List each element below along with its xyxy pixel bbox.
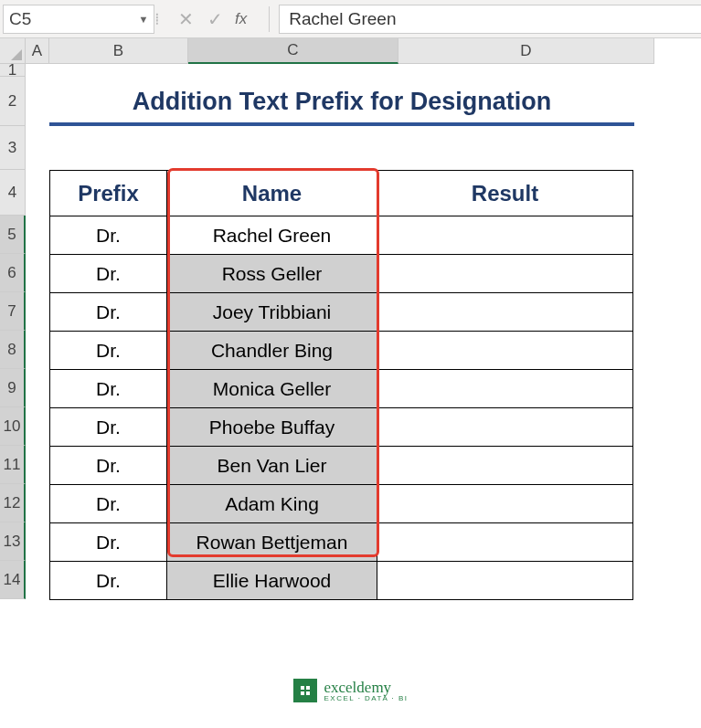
cell-name[interactable]: Chandler Bing: [167, 332, 377, 370]
row-header-14[interactable]: 14: [0, 561, 26, 599]
row-header-5[interactable]: 5: [0, 216, 26, 254]
cell-result[interactable]: [377, 408, 633, 447]
cell-result[interactable]: [377, 485, 633, 523]
row-header-4[interactable]: 4: [0, 170, 26, 216]
formula-input[interactable]: Rachel Green: [279, 5, 701, 34]
cancel-formula-button[interactable]: ✕: [171, 5, 200, 34]
cell-name[interactable]: Joey Tribbiani: [167, 293, 377, 332]
watermark-sub: EXCEL · DATA · BI: [324, 695, 408, 702]
cell-name[interactable]: Phoebe Buffay: [167, 408, 377, 447]
table-row: Dr.Ben Van Lier: [50, 447, 633, 485]
row-header-11[interactable]: 11: [0, 446, 26, 484]
cell-result[interactable]: [377, 447, 633, 485]
accept-formula-button[interactable]: ✓: [200, 5, 229, 34]
row-header-12[interactable]: 12: [0, 484, 26, 522]
name-box-dropdown-icon[interactable]: ▼: [133, 5, 154, 33]
cell-name[interactable]: Rachel Green: [167, 216, 377, 255]
row-header-8[interactable]: 8: [0, 331, 26, 369]
data-table: Prefix Name Result Dr.Rachel GreenDr.Ros…: [49, 170, 633, 600]
row-header-9[interactable]: 9: [0, 369, 26, 407]
cell-name[interactable]: Ross Geller: [167, 255, 377, 293]
formula-text: Rachel Green: [289, 9, 396, 29]
fx-label[interactable]: fx: [235, 10, 247, 28]
cell-result[interactable]: [377, 332, 633, 370]
cell-prefix[interactable]: Dr.: [50, 485, 167, 523]
cell-prefix[interactable]: Dr.: [50, 370, 167, 408]
cell-prefix[interactable]: Dr.: [50, 255, 167, 293]
cell-name[interactable]: Ellie Harwood: [167, 562, 377, 600]
table-row: Dr.Ellie Harwood: [50, 562, 633, 600]
table-row: Dr.Rachel Green: [50, 216, 633, 255]
row-headers: 1 2 3 4 5 6 7 8 9 10 11 12 13 14: [0, 64, 26, 599]
separator: [269, 6, 270, 32]
col-header-C[interactable]: C: [188, 38, 398, 64]
cell-result[interactable]: [377, 293, 633, 332]
cell-prefix[interactable]: Dr.: [50, 562, 167, 600]
cell-result[interactable]: [377, 562, 633, 600]
table-row: Dr.Ross Geller: [50, 255, 633, 293]
sheet-title: Addition Text Prefix for Designation: [49, 77, 634, 126]
watermark: exceldemy EXCEL · DATA · BI: [292, 679, 408, 702]
row-header-7[interactable]: 7: [0, 292, 26, 331]
table-row: Dr.Joey Tribbiani: [50, 293, 633, 332]
cell-prefix[interactable]: Dr.: [50, 447, 167, 485]
cell-prefix[interactable]: Dr.: [50, 216, 167, 255]
cell-name[interactable]: Ben Van Lier: [167, 447, 377, 485]
cell-result[interactable]: [377, 255, 633, 293]
row-header-2[interactable]: 2: [0, 77, 26, 126]
table-row: Dr.Chandler Bing: [50, 332, 633, 370]
watermark-main: exceldemy: [324, 680, 408, 695]
row-header-1[interactable]: 1: [0, 64, 26, 77]
table-row: Dr.Adam King: [50, 485, 633, 523]
cell-prefix[interactable]: Dr.: [50, 293, 167, 332]
name-box[interactable]: C5 ▼: [3, 5, 154, 34]
header-prefix[interactable]: Prefix: [50, 171, 167, 216]
cell-result[interactable]: [377, 370, 633, 408]
table-row: Dr.Phoebe Buffay: [50, 408, 633, 447]
column-headers: A B C D: [0, 38, 701, 64]
cell-result[interactable]: [377, 216, 633, 255]
row-header-13[interactable]: 13: [0, 522, 26, 561]
col-header-D[interactable]: D: [398, 38, 654, 64]
row-header-3[interactable]: 3: [0, 126, 26, 170]
col-header-B[interactable]: B: [49, 38, 188, 64]
header-name[interactable]: Name: [167, 171, 377, 216]
formula-bar: C5 ▼ ⁞ ✕ ✓ fx Rachel Green: [0, 0, 701, 38]
cell-name[interactable]: Monica Geller: [167, 370, 377, 408]
formula-bar-grip-icon: ⁞: [154, 9, 158, 29]
row-header-10[interactable]: 10: [0, 407, 26, 446]
row-header-6[interactable]: 6: [0, 254, 26, 292]
cell-prefix[interactable]: Dr.: [50, 332, 167, 370]
svg-rect-0: [297, 683, 312, 698]
table-row: Dr.Rowan Bettjeman: [50, 523, 633, 562]
cell-prefix[interactable]: Dr.: [50, 523, 167, 562]
cell-name[interactable]: Rowan Bettjeman: [167, 523, 377, 562]
name-box-value: C5: [4, 9, 133, 29]
watermark-text: exceldemy EXCEL · DATA · BI: [324, 680, 408, 702]
table-header-row: Prefix Name Result: [50, 171, 633, 216]
cell-prefix[interactable]: Dr.: [50, 408, 167, 447]
table-row: Dr.Monica Geller: [50, 370, 633, 408]
cell-name[interactable]: Adam King: [167, 485, 377, 523]
col-header-A[interactable]: A: [26, 38, 49, 64]
watermark-logo-icon: [292, 679, 316, 702]
cell-result[interactable]: [377, 523, 633, 562]
header-result[interactable]: Result: [377, 171, 633, 216]
